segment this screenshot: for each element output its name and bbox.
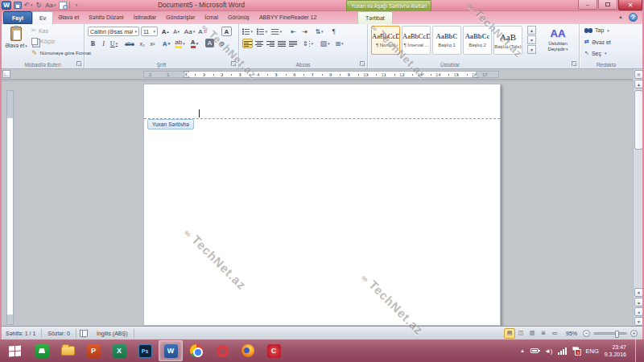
subscript-button[interactable]: x₂ [137,39,147,48]
tab-header-footer-design[interactable]: Tərtibat [357,11,393,24]
start-button[interactable] [1,340,28,361]
taskbar-word-active[interactable]: W [159,340,183,361]
font-style-icon[interactable]: Aa [45,1,56,10]
replace-button[interactable]: ⇄ Əvəz et [584,39,611,45]
numbering-button[interactable] [257,27,267,36]
highlight-color-button[interactable]: ab [175,39,185,48]
copy-button[interactable]: Köçür [31,38,55,45]
help-icon[interactable]: ? [629,13,638,22]
tab-review[interactable]: İcmal [200,11,223,24]
taskbar-file-explorer[interactable] [56,340,80,361]
superscript-button[interactable]: x² [147,39,158,48]
styles-scroll-up[interactable]: ▲ [527,26,536,35]
style-heading2[interactable]: AaBbCc Başlıq 2 [463,26,492,55]
tab-mailings[interactable]: Göndərişlər [161,11,200,24]
character-border-button[interactable]: A [221,27,232,36]
tab-view[interactable]: Görünüş [223,11,254,24]
word-count-status[interactable]: Sözlər: 0 [42,331,76,336]
clear-formatting-button[interactable]: A [197,27,208,36]
styles-dialog-launcher[interactable] [572,61,576,66]
strikethrough-button[interactable]: abe [123,39,136,48]
taskbar-clock[interactable]: 23:47 9.3.2016 [605,343,626,359]
draft-view-button[interactable]: ▭ [549,328,560,339]
taskbar-red-app[interactable]: C [262,340,286,361]
zoom-level[interactable]: 95% [560,331,583,336]
clipboard-dialog-launcher[interactable] [76,61,81,66]
save-icon[interactable] [14,2,22,9]
borders-button[interactable]: ⊞ [334,39,345,48]
cut-button[interactable]: ✂ Kas [31,27,48,34]
minimize-button[interactable]: – [578,0,597,10]
word-logo-icon[interactable]: W [2,1,11,10]
increase-indent-button[interactable]: ⇥ [299,27,310,36]
zoom-out-button[interactable]: − [583,330,590,337]
enclose-characters-button[interactable]: ⊕ [217,39,227,48]
spellcheck-icon[interactable] [80,330,88,336]
text-effects-button[interactable]: A [161,39,171,48]
undo-icon[interactable]: ↶ [24,1,32,10]
decrease-indent-button[interactable]: ⇤ [288,27,299,36]
find-button[interactable]: Tap [584,27,609,33]
print-preview-icon[interactable] [59,2,67,10]
justify-button[interactable] [276,39,287,48]
font-name-combobox[interactable]: Calibri (Əsas mət▾ [88,27,139,36]
zoom-slider-thumb[interactable] [615,331,619,338]
style-no-spacing[interactable]: AaBbCcDc ¶ İnterval ... [402,26,431,55]
distribute-button[interactable] [287,39,298,48]
italic-button[interactable]: I [98,39,109,48]
font-color-button[interactable]: A [189,39,200,48]
align-right-button[interactable] [265,39,275,48]
styles-scroll-down[interactable]: ▼ [527,35,536,44]
tab-page-layout[interactable]: Səhifə Düzəni [84,11,129,24]
restore-button[interactable] [598,0,617,10]
change-case-button[interactable]: Aa [184,27,195,36]
format-painter-button[interactable]: ✎ Nümunəyə görə Format [31,49,91,57]
tab-abbyy[interactable]: ABBYY FineReader 12 [254,11,321,24]
taskbar-opera[interactable] [210,340,234,361]
style-title[interactable]: AaB Başlıq (Title) [493,26,522,55]
change-styles-button[interactable]: AA Üslubları Dəyişdir [540,27,576,52]
taskbar-windows-store[interactable] [30,340,54,361]
battery-icon[interactable] [530,348,539,353]
tab-insert[interactable]: Əlavə et [53,11,84,24]
show-formatting-marks-button[interactable]: ¶ [328,27,339,36]
styles-gallery-expand[interactable]: ▼ [527,45,536,54]
font-dialog-launcher[interactable] [231,61,236,66]
underline-button[interactable]: U [109,39,119,48]
close-button[interactable]: ✕ [618,0,642,10]
align-left-button[interactable] [242,39,253,48]
show-desktop-button[interactable] [635,339,639,362]
outline-view-button[interactable]: ≣ [538,328,549,339]
zoom-in-button[interactable]: + [630,330,638,337]
tab-file[interactable]: Fayl [3,11,32,24]
align-center-button[interactable] [254,39,264,48]
print-layout-view-button[interactable]: ▤ [504,328,515,339]
action-center-flag-icon[interactable] [572,347,580,355]
fullscreen-reading-view-button[interactable]: ◫ [515,328,526,339]
page-count-status[interactable]: Səhifə: 1 / 1 [0,331,41,336]
paragraph-dialog-launcher[interactable] [360,61,365,66]
line-spacing-button[interactable]: ⇕ [303,39,313,48]
taskbar-chrome[interactable] [184,340,208,361]
tab-references[interactable]: İstinadlar [129,11,161,24]
sort-button[interactable]: ⇅ [314,27,324,36]
tab-stop-selector[interactable]: ∟ [2,70,10,78]
network-icon[interactable] [558,348,567,355]
redo-icon[interactable]: ↻ [35,1,43,10]
minimize-ribbon-icon[interactable]: ▲ [618,14,623,19]
taskbar-powerpoint[interactable]: P [81,340,105,361]
customize-qat-icon[interactable] [72,1,80,10]
paste-button[interactable]: Əlavə et [4,27,28,48]
select-button[interactable]: ↖ Seç [584,50,606,56]
style-normal[interactable]: AaBbCcDc ¶ Normal [371,26,400,55]
shading-button[interactable]: ▨ [320,39,330,48]
web-layout-view-button[interactable]: ▥ [526,328,538,339]
hidden-icons-arrow[interactable]: ▲ [520,348,525,353]
taskbar-excel[interactable]: X [107,340,131,361]
bold-button[interactable]: B [88,39,98,48]
character-shading-button[interactable]: A [205,39,214,47]
taskbar-photoshop[interactable]: Ps [133,340,157,361]
grow-font-button[interactable]: A▲ [160,27,171,36]
shrink-font-button[interactable]: A▼ [171,27,182,36]
language-indicator[interactable]: ENG [585,348,598,355]
